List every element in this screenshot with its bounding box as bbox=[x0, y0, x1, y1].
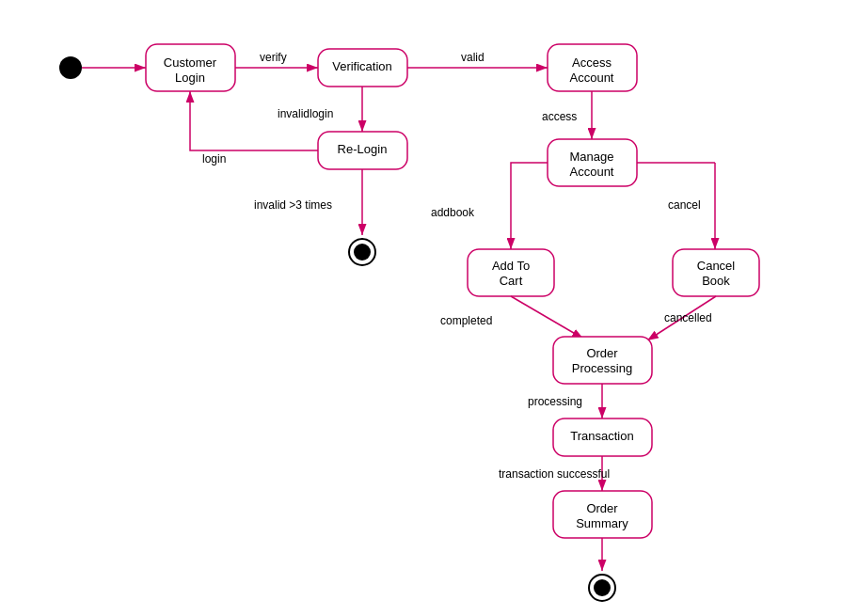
transaction-label: Transaction bbox=[570, 429, 633, 443]
order-processing-label2: Processing bbox=[572, 361, 632, 375]
label-valid: valid bbox=[461, 51, 485, 64]
add-to-cart-label2: Cart bbox=[500, 274, 523, 288]
customer-login-label2: Login bbox=[175, 71, 205, 85]
diagram-container: Customer Login verify Verification valid… bbox=[0, 0, 858, 616]
label-cancel: cancel bbox=[668, 198, 701, 212]
re-login-label: Re-Login bbox=[338, 142, 388, 156]
label-processing: processing bbox=[528, 395, 582, 408]
add-to-cart-label: Add To bbox=[492, 259, 530, 273]
verification-label: Verification bbox=[332, 59, 392, 73]
final-state-2-inner bbox=[594, 579, 611, 596]
label-invalidlogin: invalidlogin bbox=[278, 107, 333, 120]
access-account-label2: Account bbox=[570, 71, 614, 85]
label-access: access bbox=[542, 110, 577, 123]
label-login: login bbox=[202, 152, 226, 166]
final-state-1-inner bbox=[354, 244, 371, 261]
order-summary-label: Order bbox=[586, 501, 618, 515]
cancel-book-label: Cancel bbox=[697, 259, 736, 273]
order-summary-label2: Summary bbox=[576, 516, 628, 530]
order-processing-label: Order bbox=[586, 346, 618, 360]
label-completed: completed bbox=[440, 314, 492, 327]
cancel-book-label2: Book bbox=[702, 274, 730, 288]
label-invalid-3-times: invalid >3 times bbox=[254, 198, 332, 212]
initial-state bbox=[59, 56, 82, 79]
label-verify: verify bbox=[260, 51, 287, 64]
arrow-addtocart-to-orderprocessing bbox=[511, 296, 583, 339]
manage-account-label: Manage bbox=[570, 150, 614, 164]
manage-account-label2: Account bbox=[570, 165, 614, 179]
customer-login-label: Customer bbox=[164, 55, 217, 70]
label-addbook: addbook bbox=[431, 206, 475, 219]
access-account-label: Access bbox=[572, 55, 612, 70]
arrow-relogin-to-login bbox=[190, 91, 318, 150]
arrow-manage-to-addtocart bbox=[511, 163, 548, 249]
label-cancelled: cancelled bbox=[664, 311, 712, 324]
label-transaction-successful: transaction successful bbox=[499, 467, 610, 481]
